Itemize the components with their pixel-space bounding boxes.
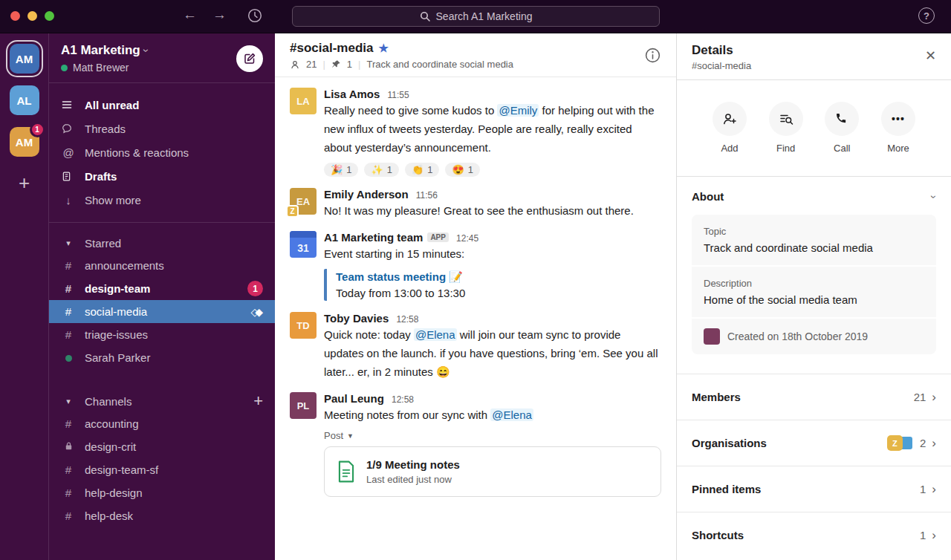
timestamp: 12:58	[396, 314, 418, 325]
message-text: Really need to give some kudos to @Emily…	[324, 101, 661, 157]
event-attachment: Team status meeting 📝 Today from 13:00 t…	[324, 269, 661, 301]
shortcuts-row[interactable]: Shortcuts 1 ›	[677, 512, 951, 558]
member-count[interactable]: 21	[306, 59, 317, 70]
sidebar-channel-social-media-selected[interactable]: # social-media ◇◆	[49, 300, 275, 323]
sidebar-item-threads[interactable]: Threads	[49, 117, 275, 140]
message-lisa-amos: LA Lisa Amos 11:55 Really need to give s…	[290, 88, 661, 177]
presence-dot	[61, 65, 68, 71]
members-row[interactable]: Members 21 ›	[677, 374, 951, 420]
collapse-caret-icon: ▾	[61, 238, 76, 248]
sidebar-nav: All unread Threads @ Mentions & reaction…	[49, 83, 275, 215]
org-badge-z-icon: Z	[887, 435, 903, 451]
user-presence[interactable]: Matt Brewer	[61, 62, 148, 74]
zoom-window-button[interactable]	[45, 11, 54, 21]
sidebar-channel-help-desk[interactable]: # help-desk	[49, 504, 275, 527]
sender-name[interactable]: Lisa Amos	[324, 88, 380, 100]
sender-name[interactable]: A1 Marketing team	[324, 231, 423, 244]
reaction-clap[interactable]: 👏1	[405, 163, 439, 177]
info-icon[interactable]	[644, 47, 661, 64]
message-paul-leung: PL Paul Leung 12:58 Meeting notes from o…	[290, 392, 661, 497]
add-workspace-button[interactable]: +	[19, 172, 30, 195]
avatar[interactable]: EA Z	[290, 188, 317, 215]
sidebar-channel-accounting[interactable]: # accounting	[49, 412, 275, 435]
sender-name[interactable]: Toby Davies	[324, 312, 389, 325]
reaction-tada[interactable]: 🎉1	[324, 163, 358, 177]
sidebar-item-mentions[interactable]: @ Mentions & reactions	[49, 140, 275, 164]
avatar[interactable]: PL	[290, 392, 317, 419]
topic-row[interactable]: Topic Track and coordinate social media	[692, 215, 936, 267]
workspace-menu[interactable]: A1 Marketing ›	[61, 43, 148, 58]
avatar[interactable]: LA	[290, 88, 317, 114]
workspace-button-am2[interactable]: AM 1	[10, 127, 39, 157]
history-icon[interactable]	[247, 7, 263, 24]
avatar[interactable]: TD	[290, 312, 317, 339]
message-text: Quick note: today @Elena will join our t…	[324, 325, 661, 381]
workspace-button-am-active[interactable]: AM	[10, 44, 39, 74]
channel-topic[interactable]: Track and coordinate social media	[366, 59, 513, 70]
sidebar-channel-help-design[interactable]: # help-design	[49, 481, 275, 504]
reaction-sparkles[interactable]: ✨1	[364, 163, 398, 177]
sidebar-item-all-unread[interactable]: All unread	[49, 93, 275, 117]
message-toby-davies: TD Toby Davies 12:58 Quick note: today @…	[290, 312, 661, 381]
minimize-window-button[interactable]	[27, 11, 37, 21]
sidebar-header: A1 Marketing › Matt Brewer	[49, 33, 275, 83]
starred-icon[interactable]: ★	[378, 42, 388, 55]
close-window-button[interactable]	[10, 11, 20, 21]
close-icon[interactable]: ✕	[925, 48, 936, 64]
about-section-header[interactable]: About ›	[692, 190, 936, 203]
sidebar-channel-design-team-sf[interactable]: # design-team-sf	[49, 458, 275, 481]
workspace-button-al[interactable]: AL	[10, 85, 39, 115]
message-text: No! It was my pleasure! Great to see the…	[324, 201, 661, 220]
compose-button[interactable]	[236, 45, 263, 72]
channels-section: ▾ Channels + # accounting design-crit # …	[49, 381, 275, 527]
back-button[interactable]: ←	[183, 7, 197, 23]
forward-button[interactable]: →	[212, 7, 227, 23]
add-channel-button[interactable]: +	[253, 391, 263, 411]
members-count: 21	[914, 391, 926, 403]
event-link[interactable]: Team status meeting 📝	[336, 270, 661, 284]
post-title: 1/9 Meeting notes	[366, 458, 460, 471]
dropdown-caret-icon: ▼	[347, 432, 354, 440]
sender-name[interactable]: Emily Anderson	[324, 188, 409, 201]
timestamp: 11:55	[387, 90, 409, 100]
post-card-meeting-notes[interactable]: 1/9 Meeting notes Last edited just now	[324, 446, 661, 497]
add-people-button[interactable]: Add	[713, 102, 747, 154]
hash-icon: #	[61, 328, 76, 341]
pin-icon	[331, 59, 341, 69]
mention-elena[interactable]: @Elena	[414, 328, 457, 341]
organisations-count: 2	[920, 437, 926, 449]
help-icon[interactable]: ?	[918, 7, 935, 24]
shortcuts-count: 1	[920, 529, 926, 541]
sidebar-channel-design-crit[interactable]: design-crit	[49, 435, 275, 458]
description-row[interactable]: Description Home of the social media tea…	[692, 267, 936, 319]
channels-section-header[interactable]: ▾ Channels +	[49, 390, 275, 412]
unread-badge: 1	[247, 281, 263, 296]
sidebar-item-show-more[interactable]: ↓ Show more	[49, 188, 275, 212]
pinned-items-row[interactable]: Pinned items 1 ›	[677, 466, 951, 512]
search-input[interactable]: Search A1 Marketing	[292, 6, 660, 27]
chevron-down-icon: ›	[929, 195, 941, 198]
chat-column: #social-media ★ 21 | 1 |	[275, 33, 677, 560]
sidebar-channel-design-team[interactable]: # design-team 1	[49, 277, 275, 300]
more-button[interactable]: ••• More	[881, 102, 915, 154]
search-placeholder: Search A1 Marketing	[436, 10, 533, 22]
collapse-caret-icon: ▾	[61, 397, 76, 406]
starred-section-header[interactable]: ▾ Starred	[49, 232, 275, 254]
mention-elena[interactable]: @Elena	[490, 408, 533, 421]
post-type-dropdown[interactable]: Post▼	[324, 430, 661, 441]
pin-count[interactable]: 1	[347, 59, 352, 70]
sidebar-dm-sarah-parker[interactable]: Sarah Parker	[49, 346, 275, 369]
pinned-count: 1	[920, 483, 926, 495]
event-time: Today from 13:00 to 13:30	[336, 287, 661, 299]
sidebar-channel-announcements[interactable]: # announcements	[49, 254, 275, 277]
call-button[interactable]: Call	[825, 102, 859, 154]
find-button[interactable]: Find	[769, 102, 803, 154]
mention-emily[interactable]: @Emily	[497, 104, 539, 117]
organisations-row[interactable]: Organisations Z 2 ›	[677, 420, 951, 466]
sender-name[interactable]: Paul Leung	[324, 392, 384, 405]
reaction-heart-eyes[interactable]: 😍1	[445, 163, 479, 177]
sidebar-item-drafts[interactable]: Drafts	[49, 164, 275, 188]
calendar-app-avatar[interactable]: 31	[290, 231, 317, 258]
workspace-name: A1 Marketing	[61, 43, 140, 58]
sidebar-channel-triage-issues[interactable]: # triage-issues	[49, 323, 275, 346]
